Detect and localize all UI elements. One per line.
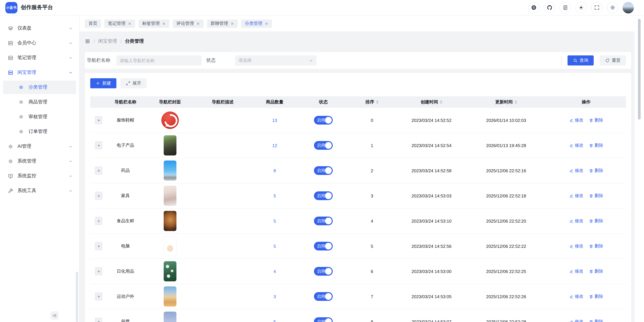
sidebar-item-订单管理[interactable]: 订单管理 <box>3 125 76 138</box>
column-header-更新时间[interactable]: 更新时间 <box>466 99 546 105</box>
theme-sun-button[interactable] <box>575 2 587 13</box>
sidebar-item-分类管理[interactable]: 分类管理 <box>3 81 76 94</box>
user-avatar[interactable] <box>622 2 634 13</box>
breadcrumb-parent[interactable]: 闲宝管理 <box>98 38 117 44</box>
row-expand-button[interactable] <box>95 292 102 300</box>
product-count-link[interactable]: 5 <box>274 193 276 198</box>
row-expand-button[interactable] <box>95 141 102 149</box>
product-count-link[interactable]: 5 <box>274 218 276 223</box>
product-count-link[interactable]: 8 <box>274 168 276 173</box>
edit-link[interactable]: 修改 <box>569 193 584 199</box>
product-count-link[interactable]: 5 <box>274 244 276 249</box>
sidebar-item-系统管理[interactable]: 系统管理 <box>3 154 76 168</box>
document-button[interactable] <box>560 2 571 13</box>
sidebar-collapse-button[interactable] <box>50 311 59 320</box>
sidebar-item-审核管理[interactable]: 审核管理 <box>3 110 76 124</box>
tab-笔记管理[interactable]: 笔记管理 <box>104 19 135 28</box>
edit-link[interactable]: 修改 <box>569 117 584 123</box>
edit-link[interactable]: 修改 <box>569 268 584 274</box>
delete-link[interactable]: 删除 <box>589 168 603 174</box>
cover-image[interactable] <box>164 261 176 281</box>
tab-首页[interactable]: 首页 <box>85 19 101 28</box>
sidebar-item-笔记管理[interactable]: 笔记管理 <box>3 51 76 65</box>
sort-carets-icon[interactable] <box>376 100 378 104</box>
delete-link[interactable]: 删除 <box>589 193 603 199</box>
cover-image[interactable] <box>164 160 176 181</box>
row-expand-button[interactable] <box>95 242 102 250</box>
column-header-排序[interactable]: 排序 <box>347 99 397 105</box>
sidebar-item-系统监控[interactable]: 系统监控 <box>3 169 76 183</box>
delete-link[interactable]: 删除 <box>589 117 603 123</box>
tab-群聊管理[interactable]: 群聊管理 <box>207 19 238 28</box>
create-button[interactable]: 新建 <box>90 78 116 88</box>
row-expand-button[interactable] <box>95 267 102 275</box>
column-header-创建时间[interactable]: 创建时间 <box>397 99 466 105</box>
edit-link[interactable]: 修改 <box>569 319 584 322</box>
close-icon[interactable] <box>230 22 234 25</box>
edit-link[interactable]: 修改 <box>569 142 584 148</box>
sidebar-item-系统工具[interactable]: 系统工具 <box>3 184 76 197</box>
sidebar-item-仪表盘[interactable]: 仪表盘 <box>3 22 76 35</box>
filter-status-select[interactable]: 请选择 <box>235 55 317 66</box>
delete-link[interactable]: 删除 <box>589 218 603 224</box>
edit-link[interactable]: 修改 <box>569 218 584 224</box>
row-expand-button[interactable] <box>95 217 102 225</box>
delete-link[interactable]: 删除 <box>589 142 603 148</box>
sidebar-item-AI管理[interactable]: AI管理 <box>3 140 76 153</box>
close-icon[interactable] <box>196 22 200 25</box>
delete-link[interactable]: 删除 <box>589 319 603 322</box>
status-toggle[interactable]: 启用 <box>314 116 333 125</box>
edit-link[interactable]: 修改 <box>569 243 584 249</box>
cover-image[interactable] <box>164 236 176 256</box>
page-scrollbar-thumb[interactable] <box>638 19 641 120</box>
delete-link[interactable]: 删除 <box>589 268 603 274</box>
cover-image[interactable] <box>164 311 176 322</box>
sidebar-scrollbar-thumb[interactable] <box>76 272 78 322</box>
status-toggle[interactable]: 启用 <box>314 141 333 150</box>
close-icon[interactable] <box>128 22 132 25</box>
close-icon[interactable] <box>265 22 268 25</box>
product-count-link[interactable]: 5 <box>274 319 276 322</box>
delete-link[interactable]: 删除 <box>589 243 603 249</box>
status-toggle[interactable]: 启用 <box>314 242 333 250</box>
status-toggle[interactable]: 启用 <box>314 267 333 276</box>
product-count-link[interactable]: 12 <box>272 143 277 148</box>
status-toggle[interactable]: 启用 <box>314 292 333 301</box>
cover-image[interactable] <box>164 135 176 155</box>
cover-image[interactable] <box>161 112 178 129</box>
tab-评论管理[interactable]: 评论管理 <box>173 19 204 28</box>
row-expand-button[interactable] <box>95 116 102 124</box>
search-button[interactable]: 查询 <box>568 55 594 66</box>
filter-name-input[interactable] <box>116 55 202 66</box>
sidebar-item-会员中心[interactable]: 会员中心 <box>3 36 76 50</box>
edit-link[interactable]: 修改 <box>569 293 584 299</box>
row-expand-button[interactable] <box>95 192 102 200</box>
product-count-link[interactable]: 4 <box>274 269 276 274</box>
row-expand-button[interactable] <box>95 167 102 175</box>
sort-carets-icon[interactable] <box>440 100 442 104</box>
cover-image[interactable] <box>164 211 176 231</box>
edit-link[interactable]: 修改 <box>569 168 584 174</box>
status-toggle[interactable]: 启用 <box>314 166 333 175</box>
row-expand-button[interactable] <box>95 318 102 322</box>
tab-标签管理[interactable]: 标签管理 <box>138 19 170 28</box>
sidebar-item-商品管理[interactable]: 商品管理 <box>3 95 76 109</box>
product-count-link[interactable]: 13 <box>272 118 277 123</box>
tab-分类管理[interactable]: 分类管理 <box>241 19 272 28</box>
expand-all-button[interactable]: 展开 <box>120 78 146 88</box>
cover-image[interactable] <box>164 286 176 306</box>
status-toggle[interactable]: 启用 <box>314 191 333 200</box>
status-toggle[interactable]: 启用 <box>314 317 333 322</box>
close-icon[interactable] <box>162 22 166 25</box>
cover-image[interactable] <box>164 186 176 206</box>
status-toggle[interactable]: 启用 <box>314 217 333 225</box>
fullscreen-button[interactable] <box>591 2 602 13</box>
delete-link[interactable]: 删除 <box>589 293 603 299</box>
gitee-button[interactable]: G <box>528 2 539 13</box>
sidebar-item-闲宝管理[interactable]: 闲宝管理 <box>3 66 76 79</box>
github-button[interactable] <box>544 2 555 13</box>
product-count-link[interactable]: 3 <box>274 294 276 299</box>
sort-carets-icon[interactable] <box>514 100 517 104</box>
reset-button[interactable]: 重置 <box>600 55 626 66</box>
settings-button[interactable] <box>607 2 618 13</box>
